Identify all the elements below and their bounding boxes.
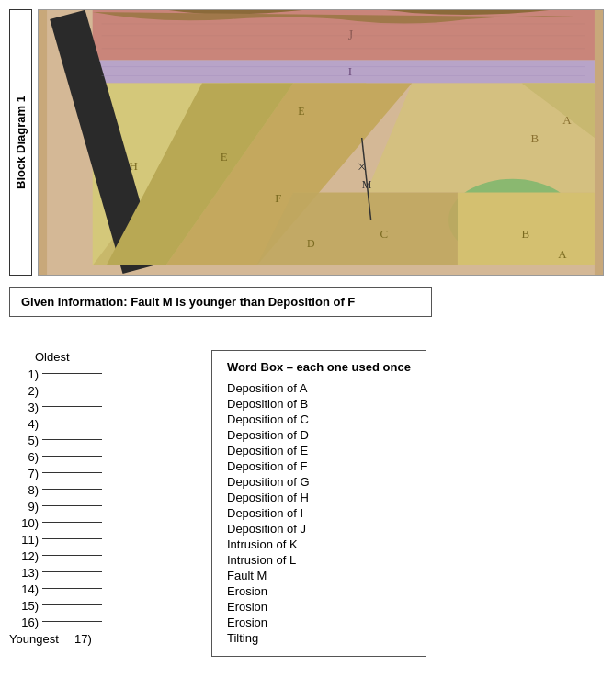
numbering-item: 3) — [9, 401, 193, 414]
youngest-label: Youngest — [9, 632, 59, 646]
item-blank — [42, 423, 102, 423]
item-num: 5) — [9, 434, 39, 447]
item-blank — [42, 390, 102, 390]
svg-text:A: A — [562, 113, 572, 127]
numbering-item: 10) — [9, 516, 193, 530]
svg-text:F: F — [275, 191, 281, 205]
numbering-item: 16) — [9, 615, 193, 629]
numbering-item: 2) — [9, 384, 193, 398]
item-blank — [42, 456, 102, 457]
item-num: 8) — [9, 483, 39, 497]
word-box-item: Tilting — [227, 631, 411, 645]
given-info-text: Fault M is younger than Deposition of F — [131, 295, 355, 309]
item-blank — [42, 621, 102, 622]
numbering-item: 1) — [9, 367, 193, 381]
word-box-item: Erosion — [227, 600, 411, 614]
given-info-box: Given Information: Fault M is younger th… — [9, 287, 432, 317]
svg-text:M: M — [362, 178, 372, 191]
numbering-item: 11) — [9, 533, 193, 547]
item-num: 11) — [9, 533, 39, 547]
given-info-container: Given Information: Fault M is younger th… — [9, 287, 604, 333]
word-box-item: Fault M — [227, 569, 411, 582]
numbering-item: 4) — [9, 417, 193, 431]
svg-text:B: B — [530, 131, 539, 145]
item-num: 14) — [9, 582, 39, 596]
svg-text:A: A — [558, 247, 567, 261]
item-num: 16) — [9, 615, 39, 629]
svg-marker-3 — [93, 61, 595, 84]
item-num: 2) — [9, 384, 39, 398]
svg-text:B: B — [521, 227, 529, 241]
word-box-item: Deposition of J — [227, 522, 411, 536]
svg-text:E: E — [221, 150, 228, 164]
numbering-item: 7) — [9, 467, 193, 480]
item-num: 15) — [9, 599, 39, 613]
bottom-section: Oldest 1)2)3)4)5)6)7)8)9)10)11)12)13)14)… — [9, 350, 604, 657]
youngest-num: 17) — [62, 632, 92, 646]
numbering-section: Oldest 1)2)3)4)5)6)7)8)9)10)11)12)13)14)… — [9, 350, 193, 646]
word-box-items: Deposition of ADeposition of BDeposition… — [227, 381, 411, 645]
item-num: 13) — [9, 566, 39, 580]
numbering-item: 5) — [9, 434, 193, 447]
word-box-item: Intrusion of L — [227, 553, 411, 567]
item-blank — [42, 522, 102, 523]
word-box-item: Deposition of C — [227, 412, 411, 426]
item-blank — [42, 538, 102, 539]
block-diagram-label: Block Diagram 1 — [9, 9, 32, 276]
item-blank — [42, 555, 102, 556]
svg-text:E: E — [298, 105, 304, 118]
word-box-item: Deposition of E — [227, 444, 411, 457]
numbering-item: 14) — [9, 582, 193, 596]
item-num: 9) — [9, 500, 39, 514]
word-box-item: Deposition of F — [227, 459, 411, 473]
item-blank — [42, 571, 102, 572]
svg-text:C: C — [380, 227, 389, 241]
item-blank — [42, 588, 102, 589]
diagram-image: J I H G F E E — [38, 9, 604, 276]
numbering-item: 8) — [9, 483, 193, 497]
given-info-label: Given Information: — [21, 295, 128, 309]
word-box-item: Intrusion of K — [227, 537, 411, 551]
item-blank — [42, 489, 102, 490]
item-num: 10) — [9, 516, 39, 530]
svg-text:J: J — [348, 28, 354, 42]
item-blank — [42, 505, 102, 506]
svg-text:D: D — [307, 237, 315, 250]
item-blank — [42, 604, 102, 605]
numbering-item: 15) — [9, 599, 193, 613]
item-blank — [42, 373, 102, 374]
word-box-item: Deposition of D — [227, 428, 411, 442]
item-num: 7) — [9, 467, 39, 480]
item-num: 3) — [9, 401, 39, 414]
word-box: Word Box – each one used once Deposition… — [211, 350, 426, 657]
word-box-item: Erosion — [227, 584, 411, 598]
numbering-item: 12) — [9, 549, 193, 563]
youngest-row: Youngest 17) — [9, 632, 193, 646]
item-num: 4) — [9, 417, 39, 431]
word-box-title: Word Box – each one used once — [227, 360, 411, 374]
item-blank — [42, 406, 102, 407]
item-num: 12) — [9, 549, 39, 563]
item-blank — [42, 472, 102, 473]
item-num: 1) — [9, 367, 39, 381]
numbering-list: 1)2)3)4)5)6)7)8)9)10)11)12)13)14)15)16) — [9, 367, 193, 629]
word-box-item: Erosion — [227, 615, 411, 629]
numbering-item: 6) — [9, 450, 193, 464]
block-diagram-svg: J I H G F E E — [39, 10, 603, 275]
word-box-item: Deposition of G — [227, 475, 411, 489]
word-box-item: Deposition of B — [227, 397, 411, 411]
word-box-item: Deposition of H — [227, 491, 411, 504]
numbering-item: 13) — [9, 566, 193, 580]
word-box-item: Deposition of I — [227, 506, 411, 520]
item-num: 6) — [9, 450, 39, 464]
numbering-item: 9) — [9, 500, 193, 514]
word-box-item: Deposition of A — [227, 381, 411, 395]
oldest-label: Oldest — [9, 350, 193, 364]
item-blank — [42, 439, 102, 440]
top-section: Block Diagram 1 J I H G — [9, 9, 604, 276]
youngest-blank — [96, 638, 155, 638]
